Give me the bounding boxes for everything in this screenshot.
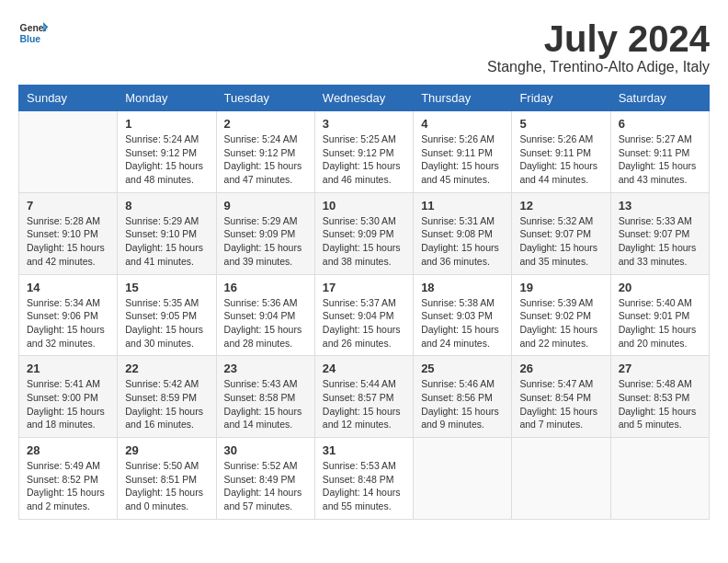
calendar-cell: 22Sunrise: 5:42 AM Sunset: 8:59 PM Dayli… <box>118 356 216 438</box>
day-info: Sunrise: 5:42 AM Sunset: 8:59 PM Dayligh… <box>125 377 208 431</box>
calendar-cell: 15Sunrise: 5:35 AM Sunset: 9:05 PM Dayli… <box>118 274 216 356</box>
day-number: 24 <box>323 362 405 375</box>
day-info: Sunrise: 5:32 AM Sunset: 9:07 PM Dayligh… <box>519 214 602 269</box>
week-row-3: 14Sunrise: 5:34 AM Sunset: 9:06 PM Dayli… <box>19 274 710 356</box>
day-info: Sunrise: 5:53 AM Sunset: 8:48 PM Dayligh… <box>323 459 405 513</box>
day-number: 29 <box>125 443 208 457</box>
calendar-cell: 24Sunrise: 5:44 AM Sunset: 8:57 PM Dayli… <box>314 356 413 438</box>
day-info: Sunrise: 5:37 AM Sunset: 9:04 PM Dayligh… <box>323 296 405 350</box>
day-info: Sunrise: 5:26 AM Sunset: 9:11 PM Dayligh… <box>421 132 504 187</box>
day-header-monday: Monday <box>118 86 216 111</box>
day-number: 20 <box>619 281 701 294</box>
day-info: Sunrise: 5:48 AM Sunset: 8:53 PM Dayligh… <box>619 377 701 431</box>
day-info: Sunrise: 5:49 AM Sunset: 8:52 PM Dayligh… <box>27 459 109 513</box>
calendar-cell: 13Sunrise: 5:33 AM Sunset: 9:07 PM Dayli… <box>610 192 709 274</box>
calendar-cell: 18Sunrise: 5:38 AM Sunset: 9:03 PM Dayli… <box>414 274 512 356</box>
calendar-cell: 30Sunrise: 5:52 AM Sunset: 8:49 PM Dayli… <box>216 438 314 520</box>
calendar-table: SundayMondayTuesdayWednesdayThursdayFrid… <box>18 85 710 520</box>
calendar-cell: 5Sunrise: 5:26 AM Sunset: 9:11 PM Daylig… <box>512 111 610 193</box>
day-number: 13 <box>619 199 701 213</box>
day-info: Sunrise: 5:28 AM Sunset: 9:10 PM Dayligh… <box>27 214 109 269</box>
day-number: 17 <box>323 281 405 294</box>
day-info: Sunrise: 5:25 AM Sunset: 9:12 PM Dayligh… <box>323 132 405 187</box>
day-header-sunday: Sunday <box>19 86 118 111</box>
day-info: Sunrise: 5:35 AM Sunset: 9:05 PM Dayligh… <box>125 296 208 350</box>
day-info: Sunrise: 5:44 AM Sunset: 8:57 PM Dayligh… <box>323 377 405 431</box>
location-title: Stanghe, Trentino-Alto Adige, Italy <box>487 59 710 75</box>
calendar-cell: 11Sunrise: 5:31 AM Sunset: 9:08 PM Dayli… <box>414 192 512 274</box>
day-info: Sunrise: 5:24 AM Sunset: 9:12 PM Dayligh… <box>125 132 208 187</box>
day-number: 22 <box>125 362 208 375</box>
day-number: 31 <box>323 443 405 457</box>
calendar-cell: 27Sunrise: 5:48 AM Sunset: 8:53 PM Dayli… <box>610 356 709 438</box>
calendar-cell: 31Sunrise: 5:53 AM Sunset: 8:48 PM Dayli… <box>314 438 413 520</box>
day-header-thursday: Thursday <box>414 86 512 111</box>
calendar-cell <box>512 438 610 520</box>
day-info: Sunrise: 5:24 AM Sunset: 9:12 PM Dayligh… <box>224 132 307 187</box>
day-info: Sunrise: 5:47 AM Sunset: 8:54 PM Dayligh… <box>519 377 602 431</box>
day-header-row: SundayMondayTuesdayWednesdayThursdayFrid… <box>19 86 710 111</box>
day-number: 16 <box>224 281 307 294</box>
day-number: 14 <box>27 281 109 294</box>
day-number: 9 <box>224 199 307 213</box>
calendar-cell: 3Sunrise: 5:25 AM Sunset: 9:12 PM Daylig… <box>314 111 413 193</box>
calendar-cell <box>610 438 709 520</box>
day-number: 6 <box>619 117 701 131</box>
calendar-cell: 8Sunrise: 5:29 AM Sunset: 9:10 PM Daylig… <box>118 192 216 274</box>
day-number: 2 <box>224 117 307 131</box>
day-number: 3 <box>323 117 405 131</box>
day-number: 28 <box>27 443 109 457</box>
day-number: 27 <box>619 362 701 375</box>
calendar-cell: 12Sunrise: 5:32 AM Sunset: 9:07 PM Dayli… <box>512 192 610 274</box>
day-number: 4 <box>421 117 504 131</box>
week-row-1: 1Sunrise: 5:24 AM Sunset: 9:12 PM Daylig… <box>19 111 710 193</box>
calendar-cell: 7Sunrise: 5:28 AM Sunset: 9:10 PM Daylig… <box>19 192 118 274</box>
week-row-4: 21Sunrise: 5:41 AM Sunset: 9:00 PM Dayli… <box>19 356 710 438</box>
calendar-cell: 2Sunrise: 5:24 AM Sunset: 9:12 PM Daylig… <box>216 111 314 193</box>
logo: General Blue <box>18 18 48 48</box>
calendar-cell: 20Sunrise: 5:40 AM Sunset: 9:01 PM Dayli… <box>610 274 709 356</box>
day-number: 1 <box>125 117 208 131</box>
day-number: 10 <box>323 199 405 213</box>
calendar-cell: 6Sunrise: 5:27 AM Sunset: 9:11 PM Daylig… <box>610 111 709 193</box>
day-info: Sunrise: 5:30 AM Sunset: 9:09 PM Dayligh… <box>323 214 405 269</box>
day-number: 23 <box>224 362 307 375</box>
day-info: Sunrise: 5:43 AM Sunset: 8:58 PM Dayligh… <box>224 377 307 431</box>
day-number: 21 <box>27 362 109 375</box>
calendar-cell: 29Sunrise: 5:50 AM Sunset: 8:51 PM Dayli… <box>118 438 216 520</box>
calendar-cell: 23Sunrise: 5:43 AM Sunset: 8:58 PM Dayli… <box>216 356 314 438</box>
svg-text:Blue: Blue <box>20 34 41 44</box>
day-number: 25 <box>421 362 504 375</box>
day-number: 19 <box>519 281 602 294</box>
calendar-cell: 16Sunrise: 5:36 AM Sunset: 9:04 PM Dayli… <box>216 274 314 356</box>
day-header-saturday: Saturday <box>610 86 709 111</box>
calendar-cell: 4Sunrise: 5:26 AM Sunset: 9:11 PM Daylig… <box>414 111 512 193</box>
week-row-5: 28Sunrise: 5:49 AM Sunset: 8:52 PM Dayli… <box>19 438 710 520</box>
day-number: 5 <box>519 117 602 131</box>
calendar-cell: 17Sunrise: 5:37 AM Sunset: 9:04 PM Dayli… <box>314 274 413 356</box>
day-number: 8 <box>125 199 208 213</box>
calendar-cell: 1Sunrise: 5:24 AM Sunset: 9:12 PM Daylig… <box>118 111 216 193</box>
logo-icon: General Blue <box>18 18 48 48</box>
calendar-cell: 25Sunrise: 5:46 AM Sunset: 8:56 PM Dayli… <box>414 356 512 438</box>
day-number: 26 <box>519 362 602 375</box>
day-header-wednesday: Wednesday <box>314 86 413 111</box>
calendar-cell: 9Sunrise: 5:29 AM Sunset: 9:09 PM Daylig… <box>216 192 314 274</box>
day-number: 15 <box>125 281 208 294</box>
day-header-tuesday: Tuesday <box>216 86 314 111</box>
day-info: Sunrise: 5:39 AM Sunset: 9:02 PM Dayligh… <box>519 296 602 350</box>
week-row-2: 7Sunrise: 5:28 AM Sunset: 9:10 PM Daylig… <box>19 192 710 274</box>
day-info: Sunrise: 5:34 AM Sunset: 9:06 PM Dayligh… <box>27 296 109 350</box>
day-info: Sunrise: 5:33 AM Sunset: 9:07 PM Dayligh… <box>619 214 701 269</box>
calendar-cell <box>19 111 118 193</box>
calendar-cell: 14Sunrise: 5:34 AM Sunset: 9:06 PM Dayli… <box>19 274 118 356</box>
day-info: Sunrise: 5:41 AM Sunset: 9:00 PM Dayligh… <box>27 377 109 431</box>
day-info: Sunrise: 5:40 AM Sunset: 9:01 PM Dayligh… <box>619 296 701 350</box>
day-number: 30 <box>224 443 307 457</box>
day-info: Sunrise: 5:50 AM Sunset: 8:51 PM Dayligh… <box>125 459 208 513</box>
day-info: Sunrise: 5:26 AM Sunset: 9:11 PM Dayligh… <box>519 132 602 187</box>
calendar-cell: 21Sunrise: 5:41 AM Sunset: 9:00 PM Dayli… <box>19 356 118 438</box>
calendar-cell <box>414 438 512 520</box>
day-info: Sunrise: 5:36 AM Sunset: 9:04 PM Dayligh… <box>224 296 307 350</box>
page-header: General Blue July 2024 Stanghe, Trentino… <box>18 18 710 75</box>
